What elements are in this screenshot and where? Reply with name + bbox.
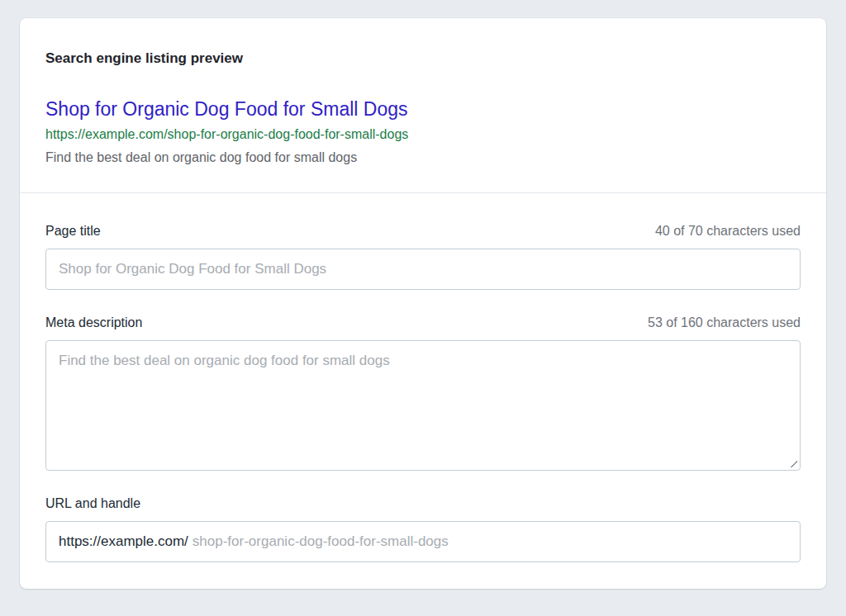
url-handle-input[interactable]: [188, 533, 787, 550]
page-title-label: Page title: [45, 223, 101, 239]
page-title-field-group: Page title 40 of 70 characters used: [45, 223, 801, 290]
meta-description-field-group: Meta description 53 of 160 characters us…: [45, 315, 801, 471]
meta-description-textarea-wrap: [45, 340, 801, 471]
search-engine-listing-card: Search engine listing preview Shop for O…: [20, 18, 826, 589]
seo-edit-form: Page title 40 of 70 characters used Meta…: [20, 193, 826, 589]
serp-preview-description: Find the best deal on organic dog food f…: [45, 149, 801, 166]
url-handle-label: URL and handle: [45, 495, 140, 512]
meta-description-label: Meta description: [45, 315, 142, 331]
page-title-char-counter: 40 of 70 characters used: [655, 223, 801, 239]
meta-description-textarea[interactable]: [45, 340, 801, 471]
serp-preview-url: https://example.com/shop-for-organic-dog…: [45, 126, 801, 143]
meta-description-char-counter: 53 of 160 characters used: [648, 315, 801, 331]
url-prefix: https://example.com/: [59, 533, 188, 550]
serp-preview-title: Shop for Organic Dog Food for Small Dogs: [45, 97, 801, 121]
meta-description-label-row: Meta description 53 of 160 characters us…: [45, 315, 801, 331]
page-title-label-row: Page title 40 of 70 characters used: [45, 223, 801, 239]
url-handle-input-group[interactable]: https://example.com/: [45, 521, 801, 562]
card-heading: Search engine listing preview: [45, 50, 801, 67]
serp-preview-section: Search engine listing preview Shop for O…: [20, 18, 826, 192]
page-title-input[interactable]: [45, 249, 801, 290]
url-handle-field-group: URL and handle https://example.com/: [45, 495, 801, 562]
url-handle-label-row: URL and handle: [45, 495, 801, 512]
